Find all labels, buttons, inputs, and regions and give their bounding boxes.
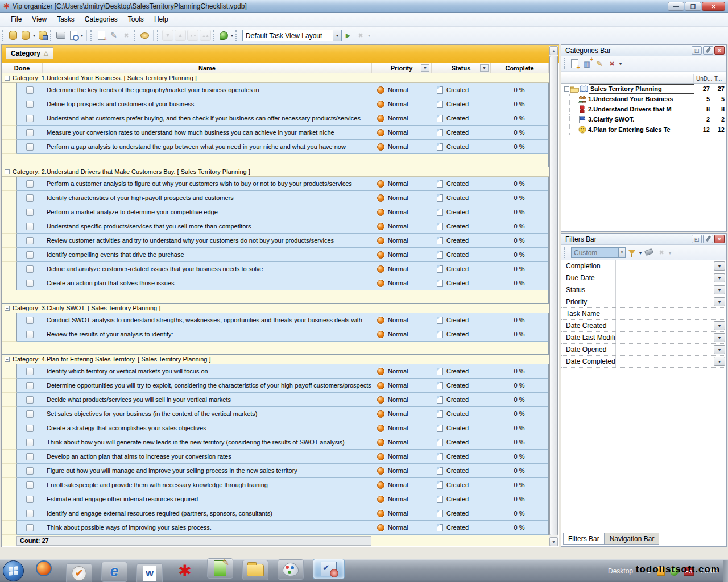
filter-value[interactable] xyxy=(616,308,714,319)
done-checkbox[interactable] xyxy=(26,410,34,418)
move-to-top-icon[interactable] xyxy=(200,30,211,41)
filter-preset-combo[interactable]: Custom ▼ xyxy=(571,247,626,258)
toolbar-handle[interactable] xyxy=(157,30,159,41)
task-row[interactable]: Determine opportunities you will try to … xyxy=(2,379,548,393)
task-row[interactable]: Understand specific products/services th… xyxy=(2,219,548,234)
move-to-bottom-icon[interactable] xyxy=(187,30,198,41)
done-cell[interactable] xyxy=(17,435,43,450)
filter-value[interactable] xyxy=(616,356,714,367)
task-row[interactable]: Figure out how you will manage and impro… xyxy=(2,464,548,478)
status-cell[interactable]: Created xyxy=(431,478,490,492)
done-cell[interactable] xyxy=(17,393,43,407)
column-header-complete[interactable]: Complete xyxy=(491,63,549,73)
priority-cell[interactable]: Normal xyxy=(371,492,431,506)
done-checkbox[interactable] xyxy=(26,223,34,230)
reminder-icon[interactable] xyxy=(218,30,229,41)
done-checkbox[interactable] xyxy=(26,101,34,108)
taskbar-word-icon[interactable]: W xyxy=(136,563,163,582)
new-database-icon[interactable] xyxy=(7,30,19,41)
column-header-status[interactable]: Status ▼ xyxy=(432,63,491,73)
priority-cell[interactable]: Normal xyxy=(371,407,431,421)
done-checkbox[interactable] xyxy=(26,453,34,460)
collapse-icon[interactable]: − xyxy=(5,169,10,174)
filter-value[interactable] xyxy=(616,320,714,331)
edit-category-icon[interactable] xyxy=(594,58,605,69)
task-row[interactable]: Conduct SWOT analysis to understand stre… xyxy=(2,313,548,327)
column-filter-button[interactable]: ▼ xyxy=(421,64,429,72)
collapse-icon[interactable]: − xyxy=(5,76,10,81)
done-checkbox[interactable] xyxy=(26,280,34,287)
priority-cell[interactable]: Normal xyxy=(371,478,431,492)
status-cell[interactable]: Created xyxy=(431,364,490,379)
dropdown-caret-icon[interactable]: ▾ xyxy=(619,61,622,66)
taskbar-firefox-icon[interactable] xyxy=(31,558,57,579)
panel-float-button[interactable]: ◰ xyxy=(692,235,702,243)
priority-cell[interactable]: Normal xyxy=(371,327,431,342)
toolbar-handle[interactable] xyxy=(2,30,5,41)
task-row[interactable]: Think about possible ways of improving y… xyxy=(2,521,548,535)
status-cell[interactable]: Created xyxy=(431,407,490,421)
task-row[interactable]: Determine the key trends of the geograph… xyxy=(2,83,548,97)
complete-cell[interactable]: 0 % xyxy=(490,248,548,262)
panel-pin-button[interactable] xyxy=(703,235,713,243)
tree-row[interactable]: 3.Clarify SWOT. 2 2 xyxy=(561,114,726,124)
complete-cell[interactable]: 0 % xyxy=(490,219,548,234)
priority-cell[interactable]: Normal xyxy=(371,191,431,205)
done-cell[interactable] xyxy=(17,407,43,421)
add-task-icon[interactable] xyxy=(96,30,107,41)
restore-button[interactable]: ❐ xyxy=(685,2,701,11)
task-name-cell[interactable]: Conduct SWOT analysis to understand stre… xyxy=(43,313,371,327)
complete-cell[interactable]: 0 % xyxy=(490,205,548,219)
filter-value[interactable] xyxy=(616,332,714,343)
complete-cell[interactable]: 0 % xyxy=(490,191,548,205)
taskbar-folder-icon[interactable] xyxy=(242,560,268,580)
done-checkbox[interactable] xyxy=(26,439,34,446)
done-cell[interactable] xyxy=(17,492,43,506)
done-checkbox[interactable] xyxy=(26,425,34,432)
filter-dropdown-button[interactable]: ▼ xyxy=(714,321,725,330)
done-cell[interactable] xyxy=(17,140,43,154)
scroll-down-button[interactable]: ▼ xyxy=(549,537,558,546)
task-name-cell[interactable]: Figure out how you will manage and impro… xyxy=(43,464,371,478)
done-checkbox[interactable] xyxy=(26,481,34,489)
task-row[interactable]: Identify and engage external resources r… xyxy=(2,506,548,521)
priority-cell[interactable]: Normal xyxy=(371,393,431,407)
complete-cell[interactable]: 0 % xyxy=(490,450,548,464)
dropdown-caret-icon[interactable]: ▾ xyxy=(368,33,370,38)
add-subcategory-icon[interactable] xyxy=(581,58,593,69)
done-cell[interactable] xyxy=(17,111,43,126)
task-row[interactable]: Develop an action plan that aims to incr… xyxy=(2,450,548,464)
desktop-toolbar-label[interactable]: Desktop » xyxy=(608,567,633,575)
task-name-cell[interactable]: Think about how you will generate new le… xyxy=(43,435,371,450)
complete-cell[interactable]: 0 % xyxy=(490,111,548,126)
task-name-cell[interactable]: Identify which territory or vertical mar… xyxy=(43,364,371,379)
layout-combo[interactable]: Default Task View Layout ▼ xyxy=(242,30,342,41)
complete-cell[interactable]: 0 % xyxy=(490,262,548,276)
task-name-cell[interactable]: Review the results of your analysis to i… xyxy=(43,327,371,342)
task-name-cell[interactable]: Review customer activities and try to un… xyxy=(43,234,371,248)
task-row[interactable]: Create an action plan that solves those … xyxy=(2,276,548,290)
done-checkbox[interactable] xyxy=(26,194,34,202)
task-name-cell[interactable]: Perform a market analyze to determine yo… xyxy=(43,205,371,219)
complete-cell[interactable]: 0 % xyxy=(490,313,548,327)
dropdown-caret-icon[interactable]: ▾ xyxy=(81,33,83,38)
complete-cell[interactable]: 0 % xyxy=(490,435,548,450)
status-cell[interactable]: Created xyxy=(431,234,490,248)
tree-row[interactable]: 1.Understand Your Business 5 5 xyxy=(561,94,726,104)
complete-cell[interactable]: 0 % xyxy=(490,364,548,379)
task-row[interactable]: Enroll salespeople and provide them with… xyxy=(2,478,548,492)
status-cell[interactable]: Created xyxy=(431,435,490,450)
filter-dropdown-button[interactable]: ▼ xyxy=(714,333,725,342)
done-checkbox[interactable] xyxy=(26,115,34,122)
delete-layout-icon[interactable] xyxy=(355,30,366,41)
complete-cell[interactable]: 0 % xyxy=(490,276,548,290)
filter-value[interactable] xyxy=(616,284,714,296)
task-name-cell[interactable]: Define and analyze customer-related issu… xyxy=(43,262,371,276)
priority-cell[interactable]: Normal xyxy=(371,140,431,154)
priority-cell[interactable]: Normal xyxy=(371,248,431,262)
toolbar-handle[interactable] xyxy=(50,30,52,41)
edit-task-icon[interactable] xyxy=(108,30,119,41)
menu-tools[interactable]: Tools xyxy=(123,14,149,25)
status-cell[interactable]: Created xyxy=(431,521,490,535)
status-cell[interactable]: Created xyxy=(431,97,490,111)
